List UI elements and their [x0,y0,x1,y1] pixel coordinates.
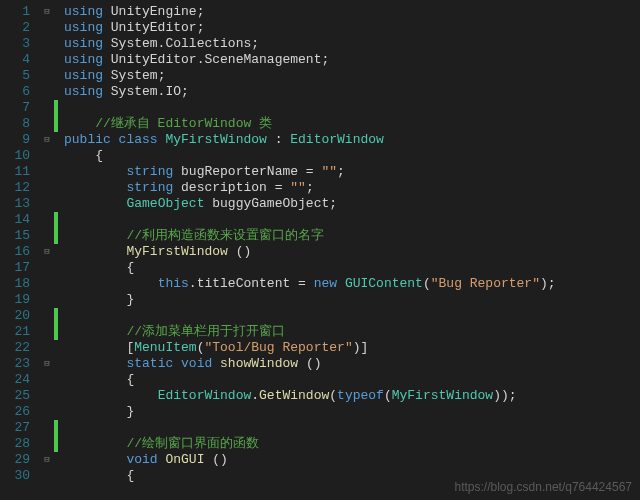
code-line[interactable] [64,100,640,116]
change-marker [54,52,58,68]
line-number: 1 [0,4,30,20]
fold-toggle [40,228,54,244]
fold-toggle[interactable]: ⊟ [40,452,54,468]
fold-toggle [40,164,54,180]
line-number: 28 [0,436,30,452]
fold-toggle [40,148,54,164]
change-marker [54,420,58,436]
line-number: 29 [0,452,30,468]
code-line[interactable]: } [64,404,640,420]
code-line[interactable]: void OnGUI () [64,452,640,468]
fold-toggle [40,436,54,452]
code-line[interactable]: GameObject buggyGameObject; [64,196,640,212]
fold-toggle[interactable]: ⊟ [40,132,54,148]
code-line[interactable]: MyFirstWindow () [64,244,640,260]
fold-toggle [40,196,54,212]
code-line[interactable]: //继承自 EditorWindow 类 [64,116,640,132]
fold-toggle [40,68,54,84]
fold-toggle [40,372,54,388]
change-marker [54,436,58,452]
line-number: 19 [0,292,30,308]
line-number: 9 [0,132,30,148]
code-line[interactable]: //利用构造函数来设置窗口的名字 [64,228,640,244]
fold-toggle [40,388,54,404]
change-marker [54,84,58,100]
line-number: 24 [0,372,30,388]
fold-toggle[interactable]: ⊟ [40,4,54,20]
change-marker [54,180,58,196]
change-marker [54,228,58,244]
code-line[interactable]: public class MyFirstWindow : EditorWindo… [64,132,640,148]
change-marker [54,292,58,308]
code-line[interactable]: //添加菜单栏用于打开窗口 [64,324,640,340]
line-number: 10 [0,148,30,164]
line-number: 26 [0,404,30,420]
fold-toggle[interactable]: ⊟ [40,356,54,372]
change-marker [54,20,58,36]
fold-toggle[interactable]: ⊟ [40,244,54,260]
code-line[interactable]: using System.Collections; [64,36,640,52]
code-line[interactable]: } [64,292,640,308]
change-marker [54,132,58,148]
code-line[interactable]: [MenuItem("Tool/Bug Reporter")] [64,340,640,356]
code-line[interactable]: using System.IO; [64,84,640,100]
line-number: 5 [0,68,30,84]
code-line[interactable]: { [64,372,640,388]
fold-toggle [40,260,54,276]
code-line[interactable]: using UnityEditor.SceneManagement; [64,52,640,68]
code-line[interactable] [64,308,640,324]
change-marker [54,468,58,484]
fold-toggle [40,292,54,308]
code-line[interactable]: //绘制窗口界面的函数 [64,436,640,452]
change-marker-gutter [54,0,58,500]
code-line[interactable] [64,420,640,436]
line-number: 13 [0,196,30,212]
fold-toggle [40,404,54,420]
line-number: 23 [0,356,30,372]
fold-toggle [40,52,54,68]
change-marker [54,116,58,132]
line-number: 7 [0,100,30,116]
change-marker [54,148,58,164]
fold-toggle [40,180,54,196]
code-line[interactable]: using System; [64,68,640,84]
change-marker [54,260,58,276]
fold-toggle [40,116,54,132]
change-marker [54,404,58,420]
fold-toggle [40,420,54,436]
fold-toggle [40,340,54,356]
watermark-text: https://blog.csdn.net/q764424567 [455,480,632,494]
line-number: 6 [0,84,30,100]
code-line[interactable]: { [64,260,640,276]
code-line[interactable]: string bugReporterName = ""; [64,164,640,180]
fold-toggle [40,276,54,292]
line-number: 21 [0,324,30,340]
fold-toggle [40,36,54,52]
code-line[interactable]: string description = ""; [64,180,640,196]
code-line[interactable]: static void showWindow () [64,356,640,372]
fold-toggle [40,324,54,340]
change-marker [54,68,58,84]
line-number: 14 [0,212,30,228]
code-line[interactable]: this.titleContent = new GUIContent("Bug … [64,276,640,292]
change-marker [54,356,58,372]
code-line[interactable]: EditorWindow.GetWindow(typeof(MyFirstWin… [64,388,640,404]
code-line[interactable] [64,212,640,228]
code-line[interactable]: using UnityEngine; [64,4,640,20]
line-number: 22 [0,340,30,356]
change-marker [54,100,58,116]
code-line[interactable]: using UnityEditor; [64,20,640,36]
line-number: 18 [0,276,30,292]
code-editor: 1234567891011121314151617181920212223242… [0,0,640,500]
code-line[interactable]: { [64,148,640,164]
change-marker [54,244,58,260]
line-number: 12 [0,180,30,196]
line-number: 2 [0,20,30,36]
change-marker [54,164,58,180]
change-marker [54,452,58,468]
code-area[interactable]: using UnityEngine;using UnityEditor;usin… [38,0,640,500]
line-number: 4 [0,52,30,68]
change-marker [54,372,58,388]
change-marker [54,388,58,404]
change-marker [54,324,58,340]
